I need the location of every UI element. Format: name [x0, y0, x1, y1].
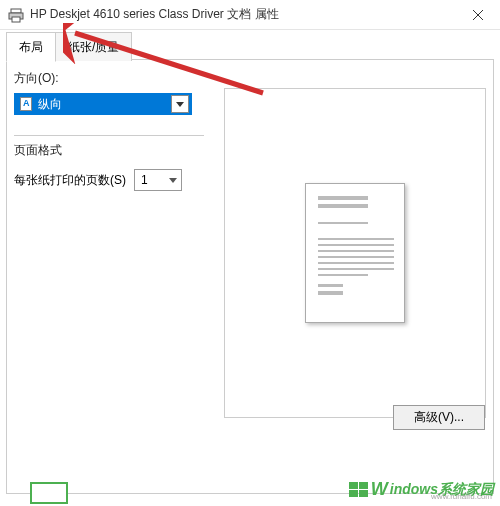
tab-layout[interactable]: 布局 — [6, 32, 56, 62]
pages-per-sheet-label: 每张纸打印的页数(S) — [14, 172, 126, 189]
tab-paper-quality[interactable]: 纸张/质量 — [55, 32, 132, 61]
window-title: HP Deskjet 4610 series Class Driver 文档 属… — [30, 6, 455, 23]
page-preview-box — [224, 88, 486, 418]
chevron-down-icon — [165, 170, 181, 190]
page-format-title: 页面格式 — [14, 142, 204, 159]
layout-panel: 方向(O): 纵向 页面格式 每张纸打印的页数(S) 1 — [14, 70, 486, 486]
pages-per-sheet-value: 1 — [141, 173, 148, 187]
orientation-select[interactable]: 纵向 — [14, 93, 192, 115]
page-preview-icon — [305, 183, 405, 323]
close-button[interactable] — [455, 0, 500, 30]
portrait-page-icon — [20, 97, 32, 111]
pages-per-sheet-select[interactable]: 1 — [134, 169, 182, 191]
advanced-button[interactable]: 高级(V)... — [393, 405, 485, 430]
orientation-label: 方向(O): — [14, 70, 204, 87]
chevron-down-icon — [171, 95, 189, 113]
highlight-box — [30, 482, 68, 504]
advanced-button-label: 高级(V)... — [414, 409, 464, 426]
separator — [14, 135, 204, 136]
printer-icon — [8, 7, 24, 23]
svg-rect-2 — [12, 17, 20, 22]
svg-rect-0 — [11, 9, 21, 13]
tab-strip: 布局 纸张/质量 — [0, 32, 500, 61]
titlebar: HP Deskjet 4610 series Class Driver 文档 属… — [0, 0, 500, 30]
orientation-value: 纵向 — [38, 96, 171, 113]
